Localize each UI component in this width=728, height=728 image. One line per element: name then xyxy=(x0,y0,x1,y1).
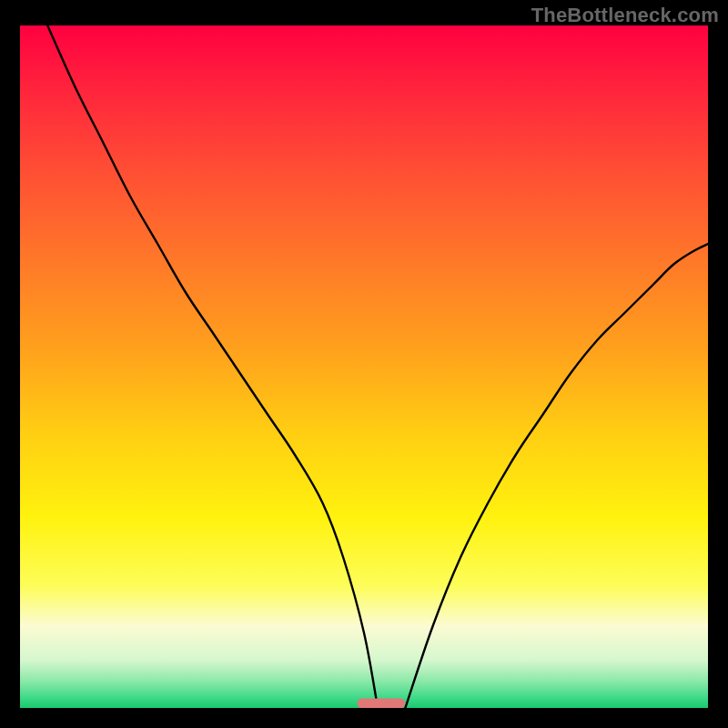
chart-frame: TheBottleneck.com xyxy=(0,0,728,728)
plot-area xyxy=(20,25,708,708)
optimal-range-marker xyxy=(357,699,405,709)
bottleneck-chart xyxy=(20,25,708,708)
gradient-background xyxy=(20,25,708,708)
watermark-label: TheBottleneck.com xyxy=(531,4,719,27)
